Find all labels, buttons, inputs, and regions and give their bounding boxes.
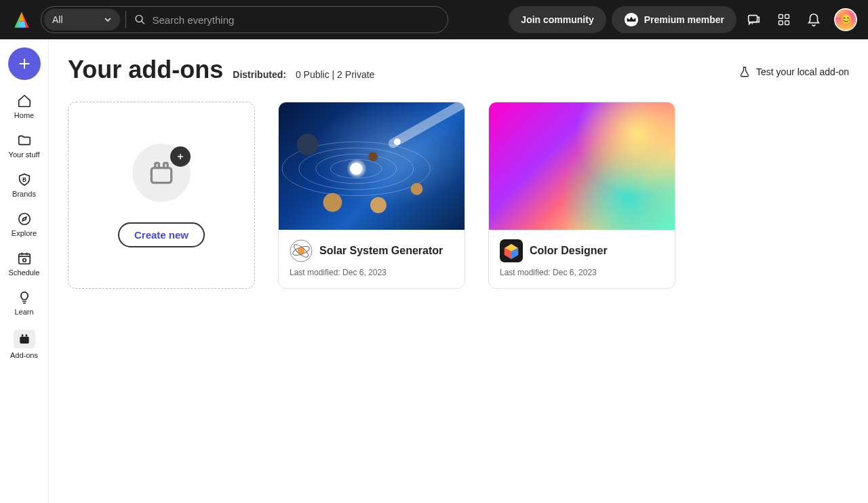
search-filter-label: All xyxy=(52,14,63,25)
svg-rect-7 xyxy=(785,21,789,25)
compass-icon xyxy=(17,212,32,226)
addon-cover-image xyxy=(279,102,465,230)
lightbulb-icon xyxy=(17,290,32,305)
svg-text:B: B xyxy=(22,177,26,183)
create-plus-button[interactable] xyxy=(8,47,41,80)
svg-point-33 xyxy=(368,152,378,161)
test-local-addon-link[interactable]: Test your local add-on xyxy=(738,66,849,78)
cards-row: Create new xyxy=(68,102,849,289)
sidebar-item-label: Brands xyxy=(12,190,36,198)
sidebar-item-addons[interactable]: Add-ons xyxy=(4,325,45,366)
create-new-button[interactable]: Create new xyxy=(118,222,205,247)
svg-point-34 xyxy=(411,183,423,195)
topbar: All Join community Premium member xyxy=(0,0,868,39)
test-local-addon-label: Test your local add-on xyxy=(756,66,849,77)
sidebar-item-label: Learn xyxy=(14,308,33,316)
svg-rect-4 xyxy=(779,15,783,19)
folder-icon xyxy=(17,133,32,148)
sidebar-item-label: Home xyxy=(14,111,34,119)
addon-card[interactable]: Solar System Generator Last modified: De… xyxy=(278,102,465,289)
sidebar-item-learn[interactable]: Learn xyxy=(4,286,45,323)
search-icon xyxy=(134,14,146,26)
sidebar-item-label: Add-ons xyxy=(10,351,38,359)
create-new-card: Create new xyxy=(68,102,255,289)
chevron-down-icon xyxy=(104,16,112,24)
addon-modified: Last modified: Dec 6, 2023 xyxy=(500,268,664,277)
apps-grid-icon[interactable] xyxy=(772,7,796,32)
svg-rect-3 xyxy=(749,16,757,22)
svg-rect-18 xyxy=(21,334,22,336)
search-filter-dropdown[interactable]: All xyxy=(44,9,120,31)
search-input[interactable] xyxy=(152,14,436,26)
avatar[interactable] xyxy=(834,8,857,31)
flask-icon xyxy=(738,66,751,78)
addon-body: Solar System Generator Last modified: De… xyxy=(279,230,465,288)
divider xyxy=(125,11,126,28)
sidebar-item-brands[interactable]: B Brands xyxy=(4,168,45,205)
svg-point-35 xyxy=(394,138,401,145)
plugin-icon xyxy=(132,144,191,202)
premium-member-button[interactable]: Premium member xyxy=(612,6,736,33)
chat-icon[interactable] xyxy=(742,7,766,32)
premium-member-label: Premium member xyxy=(644,14,724,25)
create-new-label: Create new xyxy=(134,229,189,241)
calendar-icon xyxy=(17,251,32,266)
svg-rect-17 xyxy=(20,337,28,344)
addon-card[interactable]: Color Designer Last modified: Dec 6, 202… xyxy=(488,102,675,289)
svg-point-16 xyxy=(22,258,26,262)
svg-line-1 xyxy=(141,21,144,24)
join-community-label: Join community xyxy=(521,14,593,25)
svg-rect-5 xyxy=(785,15,789,19)
addon-icon xyxy=(500,239,523,262)
sidebar-item-home[interactable]: Home xyxy=(4,89,45,126)
sidebar-item-label: Your stuff xyxy=(9,150,40,159)
search-container: All xyxy=(41,6,448,33)
svg-point-11 xyxy=(18,214,30,225)
addon-modified: Last modified: Dec 6, 2023 xyxy=(290,268,454,277)
svg-rect-19 xyxy=(25,334,27,336)
addon-cover-image xyxy=(489,102,675,230)
home-icon xyxy=(17,94,32,108)
join-community-button[interactable]: Join community xyxy=(509,6,606,33)
svg-point-29 xyxy=(350,163,362,175)
distributed-label: Distributed: xyxy=(233,69,286,80)
search-input-wrap xyxy=(129,14,448,26)
sidebar-item-label: Explore xyxy=(12,229,37,237)
svg-point-30 xyxy=(297,134,319,155)
svg-point-32 xyxy=(370,197,387,214)
svg-rect-20 xyxy=(151,167,171,182)
page-title: Your add-ons xyxy=(68,56,223,84)
crown-icon xyxy=(624,12,639,27)
svg-point-0 xyxy=(136,16,142,22)
svg-point-31 xyxy=(323,193,342,212)
sidebar-item-label: Schedule xyxy=(9,268,40,277)
distributed-values: 0 Public | 2 Private xyxy=(296,69,374,80)
header-row: Your add-ons Distributed: 0 Public | 2 P… xyxy=(68,56,849,84)
svg-rect-21 xyxy=(155,163,159,167)
addons-icon xyxy=(17,331,32,346)
addon-title: Solar System Generator xyxy=(319,245,443,257)
sidebar: Home Your stuff B Brands Explore Schedul… xyxy=(0,39,49,503)
svg-rect-6 xyxy=(779,21,783,25)
main-content: Your add-ons Distributed: 0 Public | 2 P… xyxy=(49,39,868,503)
brands-icon: B xyxy=(17,172,32,187)
sidebar-item-your-stuff[interactable]: Your stuff xyxy=(4,129,45,165)
app-logo[interactable] xyxy=(11,9,33,31)
svg-rect-22 xyxy=(164,163,168,167)
sidebar-item-schedule[interactable]: Schedule xyxy=(4,247,45,283)
sidebar-item-explore[interactable]: Explore xyxy=(4,207,45,244)
notifications-icon[interactable] xyxy=(802,7,826,32)
addon-icon xyxy=(290,239,313,262)
addon-body: Color Designer Last modified: Dec 6, 202… xyxy=(489,230,675,288)
addon-title: Color Designer xyxy=(530,245,608,257)
plus-badge-icon xyxy=(170,146,191,167)
